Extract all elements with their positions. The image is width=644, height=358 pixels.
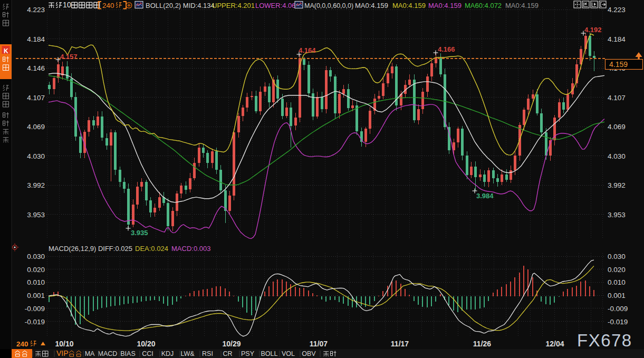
svg-text:BOLL: BOLL: [261, 350, 278, 357]
svg-text:-0.009: -0.009: [25, 305, 45, 313]
svg-text:MA0:4.159: MA0:4.159: [355, 2, 388, 9]
svg-text:10/10: 10/10: [55, 340, 73, 348]
svg-text:LW&: LW&: [180, 350, 195, 357]
svg-text:4.107: 4.107: [608, 94, 626, 102]
svg-text:VOL: VOL: [282, 350, 295, 357]
svg-text:MA0:4.159: MA0:4.159: [428, 2, 462, 9]
svg-text:4.146: 4.146: [27, 64, 45, 72]
svg-text:4.030: 4.030: [27, 152, 45, 160]
svg-text:MA0:4.159: MA0:4.159: [392, 2, 426, 9]
svg-text:3.935: 3.935: [131, 229, 148, 237]
svg-text:4.223: 4.223: [27, 6, 45, 14]
svg-text:12/04: 12/04: [545, 340, 564, 348]
svg-text:0.001: 0.001: [27, 292, 45, 299]
svg-text:11/07: 11/07: [310, 340, 328, 348]
svg-text:K: K: [4, 47, 8, 55]
svg-text:KDJ: KDJ: [161, 350, 174, 357]
svg-text:11/17: 11/17: [391, 340, 409, 348]
svg-text:MA(0,0,0,60,0,0): MA(0,0,0,60,0,0): [304, 2, 353, 9]
svg-text:4.069: 4.069: [608, 123, 626, 131]
svg-text:BIAS: BIAS: [120, 350, 136, 357]
svg-text:FX678: FX678: [577, 331, 632, 350]
svg-text:3.953: 3.953: [27, 211, 45, 219]
svg-text:3.953: 3.953: [608, 211, 626, 219]
svg-text:CR: CR: [223, 350, 232, 357]
svg-text:0.020: 0.020: [27, 266, 45, 274]
svg-text:4.069: 4.069: [27, 123, 45, 131]
svg-text:MACD(26,12,9) DIFF:0.025: MACD(26,12,9) DIFF:0.025: [49, 245, 132, 253]
svg-text:0.030: 0.030: [27, 253, 45, 260]
svg-text:MACD:0.003: MACD:0.003: [171, 245, 210, 253]
svg-text:4.166: 4.166: [438, 45, 455, 53]
svg-text:MA: MA: [85, 350, 95, 357]
svg-text:3.984: 3.984: [476, 192, 494, 200]
svg-text:4.184: 4.184: [608, 35, 626, 43]
svg-text:4.223: 4.223: [608, 6, 626, 14]
svg-text:4.164: 4.164: [299, 46, 316, 54]
svg-text:0.001: 0.001: [608, 292, 626, 299]
svg-text:MA0:4.159: MA0:4.159: [505, 2, 539, 9]
svg-text:240: 240: [16, 340, 28, 348]
svg-text:4.159: 4.159: [609, 60, 628, 69]
svg-text:LOWER:4.067: LOWER:4.067: [255, 2, 300, 9]
svg-text:0.020: 0.020: [608, 266, 626, 274]
svg-text:10/20: 10/20: [137, 340, 155, 348]
svg-text:CCI: CCI: [142, 350, 153, 357]
svg-text:OBV: OBV: [302, 350, 316, 357]
svg-text:-0.019: -0.019: [608, 318, 628, 326]
svg-text:MA60:4.072: MA60:4.072: [465, 2, 502, 9]
svg-text:UPPER:4.201: UPPER:4.201: [212, 2, 255, 9]
svg-text:11/26: 11/26: [473, 340, 491, 348]
svg-text:-0.019: -0.019: [25, 318, 45, 326]
svg-text:0.010: 0.010: [608, 278, 626, 286]
svg-text:PSY: PSY: [241, 350, 255, 357]
svg-text:4.030: 4.030: [608, 152, 626, 160]
svg-text:VIP: VIP: [56, 349, 69, 357]
svg-text:4.157: 4.157: [60, 53, 78, 61]
svg-text:3.992: 3.992: [27, 181, 45, 189]
svg-text:BOLL(20,2) MID:4.134: BOLL(20,2) MID:4.134: [146, 2, 215, 9]
svg-text:240: 240: [102, 2, 114, 9]
svg-text:10: 10: [63, 1, 71, 9]
svg-text:MACD: MACD: [98, 350, 118, 357]
svg-text:0.010: 0.010: [27, 278, 45, 286]
svg-text:-0.009: -0.009: [608, 305, 628, 313]
svg-text:0.030: 0.030: [608, 253, 626, 260]
svg-text:10/29: 10/29: [222, 340, 241, 348]
svg-text:RSI: RSI: [202, 350, 213, 357]
svg-text:4.184: 4.184: [27, 35, 45, 43]
svg-text:4.192: 4.192: [584, 26, 602, 34]
svg-text:4.107: 4.107: [27, 94, 45, 102]
svg-text:3.992: 3.992: [608, 181, 626, 189]
svg-text:DEA:0.024: DEA:0.024: [135, 245, 168, 253]
